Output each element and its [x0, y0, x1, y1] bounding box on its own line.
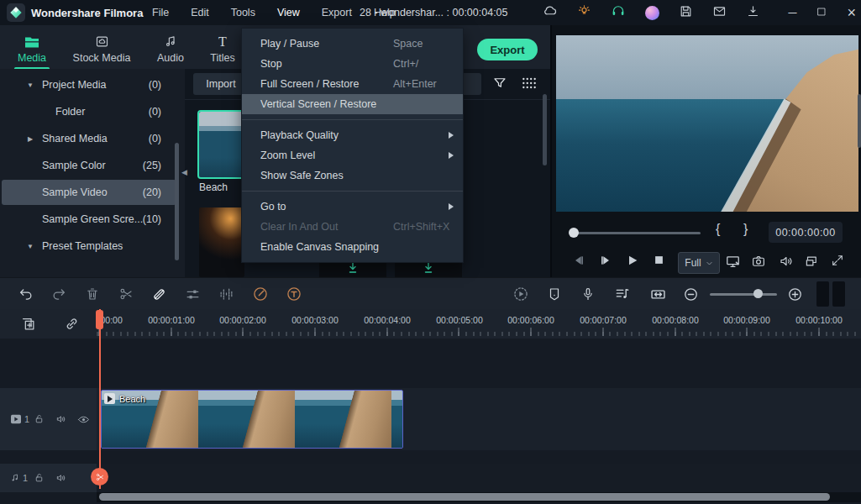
download-media-icon[interactable]: [423, 262, 433, 277]
chevron-down-icon[interactable]: ▼: [25, 81, 35, 89]
timeline-zoom-handle[interactable]: [753, 289, 763, 298]
split-scissors-button[interactable]: [116, 278, 136, 310]
menu-export[interactable]: Export: [314, 4, 360, 21]
timeline-clip-beach[interactable]: Beach: [101, 390, 403, 449]
hide-track-eye-icon[interactable]: [77, 413, 90, 426]
fullscreen-button[interactable]: [831, 254, 844, 267]
mute-speaker-button[interactable]: [779, 254, 794, 269]
video-track-body[interactable]: Beach: [97, 388, 861, 450]
fit-to-timeline-button[interactable]: [645, 278, 670, 310]
audio-mixer-button[interactable]: [610, 278, 635, 310]
undo-button[interactable]: [15, 278, 35, 310]
preview-scrollbar[interactable]: [858, 94, 861, 148]
redo-button[interactable]: [49, 278, 69, 310]
support-headset-icon[interactable]: [611, 3, 626, 22]
preview-video[interactable]: [556, 35, 858, 212]
menu-item-full-screen-restore[interactable]: Full Screen / Restore Alt+Enter: [242, 74, 463, 94]
manage-tracks-icon[interactable]: [20, 316, 36, 335]
playhead-split-button[interactable]: [91, 468, 108, 486]
sidebar-item-shared-media[interactable]: ▶ Shared Media (0): [2, 126, 176, 151]
cloud-icon[interactable]: [543, 3, 558, 22]
lock-track-icon[interactable]: [34, 413, 45, 424]
menu-view[interactable]: View: [270, 4, 307, 21]
menu-tools[interactable]: Tools: [223, 4, 263, 21]
grid-view-icon[interactable]: [521, 76, 538, 94]
mute-track-icon[interactable]: [55, 472, 67, 484]
sidebar-item-folder[interactable]: Folder (0): [2, 99, 176, 124]
text-to-speech-button[interactable]: [282, 278, 306, 310]
playhead-handle[interactable]: [96, 310, 103, 329]
menu-item-show-safe-zones[interactable]: Show Safe Zones: [242, 165, 463, 186]
record-voiceover-button[interactable]: [576, 278, 600, 310]
download-media-icon[interactable]: [348, 262, 358, 277]
mark-in-button[interactable]: {: [716, 222, 720, 237]
sidebar-item-sample-color[interactable]: Sample Color (25): [2, 153, 176, 178]
lock-track-icon[interactable]: [34, 472, 45, 483]
close-button[interactable]: ×: [847, 4, 856, 22]
marker-button[interactable]: [543, 278, 566, 310]
panel-toggle-left[interactable]: [816, 281, 829, 307]
filter-icon[interactable]: [492, 76, 507, 94]
link-icon[interactable]: [64, 316, 80, 335]
play-on-second-screen-button[interactable]: [725, 254, 741, 270]
maximize-button[interactable]: [816, 6, 827, 19]
tab-media[interactable]: Media: [8, 30, 55, 67]
menu-file[interactable]: File: [144, 4, 176, 21]
download-icon[interactable]: [746, 4, 760, 22]
delete-button[interactable]: [82, 278, 102, 310]
chevron-down-icon[interactable]: ▼: [25, 243, 35, 250]
tab-stock-media[interactable]: Stock Media: [69, 30, 134, 67]
sidebar-item-sample-video[interactable]: Sample Video (20): [2, 180, 176, 205]
menu-item-vertical-screen-restore[interactable]: Vertical Screen / Restore: [242, 94, 463, 114]
mark-out-button[interactable]: }: [743, 222, 748, 237]
save-icon[interactable]: [679, 4, 693, 22]
media-item-beach-thumbnail[interactable]: [199, 112, 244, 177]
quality-dropdown[interactable]: Full: [678, 252, 720, 274]
seek-bar[interactable]: [573, 232, 701, 234]
collapse-panel-icon[interactable]: ◀: [181, 168, 187, 176]
seek-handle[interactable]: [569, 228, 579, 238]
menu-item-zoom-level[interactable]: Zoom Level: [242, 145, 463, 165]
sidebar-item-preset-templates[interactable]: ▼ Preset Templates: [2, 234, 176, 259]
sidebar-scrollbar[interactable]: [175, 143, 179, 260]
whats-new-bulb-icon[interactable]: [577, 4, 591, 22]
snapshot-camera-button[interactable]: [751, 254, 766, 269]
user-avatar[interactable]: [645, 6, 659, 20]
denoise-wave-button[interactable]: [215, 278, 237, 310]
menu-item-play-pause[interactable]: Play / Pause Space: [242, 34, 463, 54]
menu-item-enable-canvas-snapping[interactable]: Enable Canvas Snapping: [242, 237, 463, 257]
timeline-hscroll-thumb[interactable]: [99, 493, 830, 501]
zoom-out-button[interactable]: [679, 278, 702, 310]
media-item-thumbnail[interactable]: [199, 207, 244, 277]
minimize-button[interactable]: ─: [789, 6, 797, 19]
playhead[interactable]: [99, 309, 101, 489]
mute-track-icon[interactable]: [55, 413, 67, 425]
play-button[interactable]: [626, 254, 639, 267]
timeline-ruler[interactable]: 00:00:00:00 00:00:01:00 00:00:02:00 00:0…: [97, 309, 861, 339]
export-button[interactable]: Export: [477, 39, 538, 60]
tab-audio[interactable]: Audio: [150, 30, 192, 67]
timeline-hscrollbar[interactable]: [97, 492, 861, 502]
chevron-right-icon[interactable]: ▶: [25, 135, 35, 143]
panel-toggle-right[interactable]: [832, 281, 845, 307]
sidebar-item-sample-green-screen[interactable]: Sample Green Scre... (10): [2, 207, 176, 232]
crop-tool-button[interactable]: [148, 278, 170, 310]
menu-item-stop[interactable]: Stop Ctrl+/: [242, 54, 463, 74]
menu-edit[interactable]: Edit: [183, 4, 217, 21]
adjust-sliders-button[interactable]: [181, 278, 203, 310]
audio-track-body[interactable]: [97, 464, 861, 492]
tab-titles[interactable]: T Titles: [203, 30, 242, 67]
stop-button[interactable]: [653, 254, 665, 266]
menu-item-playback-quality[interactable]: Playback Quality: [242, 125, 463, 145]
zoom-in-button[interactable]: [783, 278, 806, 310]
picture-in-picture-button[interactable]: [804, 254, 819, 269]
render-preview-button[interactable]: [509, 278, 533, 310]
timeline-zoom-slider[interactable]: [710, 293, 777, 296]
menu-item-go-to[interactable]: Go to: [242, 197, 463, 217]
mail-icon[interactable]: [712, 4, 727, 22]
sidebar-item-project-media[interactable]: ▼ Project Media (0): [2, 72, 176, 97]
next-frame-button[interactable]: [599, 254, 612, 267]
media-panel-scrollbar[interactable]: [543, 94, 547, 165]
speed-ramping-button[interactable]: [249, 278, 272, 310]
previous-frame-button[interactable]: [572, 254, 585, 267]
